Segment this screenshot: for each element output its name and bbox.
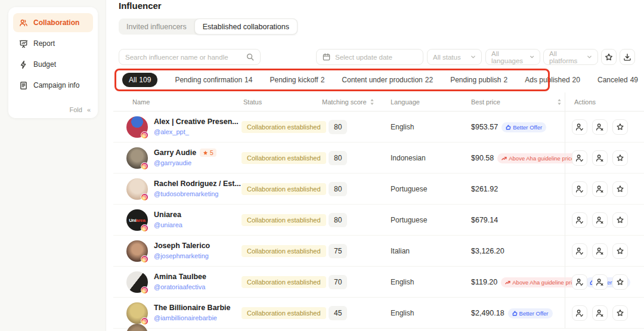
favorite-row-button[interactable]: [612, 274, 628, 290]
approve-collaborator-button[interactable]: [572, 243, 587, 259]
filter-canceled[interactable]: Canceled 49: [597, 76, 638, 84]
best-price: $953.57: [471, 123, 498, 131]
filter-count: 49: [630, 76, 638, 84]
table-row: Alex | Creative Presen... @alex_ppt_ Col…: [113, 112, 644, 143]
date-picker[interactable]: Select update date: [316, 49, 423, 65]
filter-count: 22: [425, 76, 433, 84]
status-badge: Collaboration established: [242, 307, 326, 319]
column-header-name[interactable]: Name: [113, 98, 239, 106]
filter-pending-publish[interactable]: Pending publish 2: [450, 76, 507, 84]
remove-collaborator-button[interactable]: [592, 274, 608, 290]
favorite-row-button[interactable]: [612, 212, 628, 228]
column-header-matching-score[interactable]: Matching score: [319, 98, 385, 106]
matching-score: 45: [329, 306, 347, 320]
search-box[interactable]: [119, 49, 261, 65]
matching-score: 80: [329, 213, 347, 227]
influencer-handle[interactable]: @uniarea: [154, 221, 182, 228]
remove-collaborator-button[interactable]: [592, 212, 608, 228]
column-header-language[interactable]: Language: [385, 98, 462, 106]
search-input[interactable]: [125, 54, 246, 61]
instagram-icon: [141, 162, 148, 170]
favorite-row-button[interactable]: [612, 150, 628, 166]
table-row: Uniarea Uniarea @uniarea Collaboration e…: [113, 205, 644, 236]
sidebar-item-label: Campaign info: [33, 81, 79, 89]
tab-invited-influencers[interactable]: Invited influencers: [119, 18, 194, 35]
download-button[interactable]: [620, 49, 635, 65]
download-icon: [623, 53, 631, 61]
filter-all[interactable]: All 109: [122, 73, 157, 87]
remove-collaborator-button[interactable]: [592, 305, 608, 321]
influencer-handle[interactable]: @josephmarketing: [154, 252, 209, 259]
sidebar-item-budget[interactable]: Budget: [13, 55, 93, 74]
star-icon: [203, 150, 208, 156]
filter-pending-kickoff[interactable]: Pending kickoff 2: [270, 76, 324, 84]
rating-badge: 5: [200, 149, 216, 157]
remove-collaborator-button[interactable]: [592, 181, 608, 197]
favorite-row-button[interactable]: [612, 243, 628, 259]
filter-label: All: [129, 76, 137, 84]
influencer-name: The Billionaire Barbie: [154, 304, 231, 312]
sidebar-fold-button[interactable]: Fold «: [69, 106, 91, 113]
platform-select-value: All platforms: [549, 50, 587, 64]
user-x-icon: [596, 123, 604, 131]
filter-pending-confirmation[interactable]: Pending confirmation 14: [175, 76, 252, 84]
table-row: Joseph Talerico @josephmarketing Collabo…: [113, 236, 644, 267]
approve-collaborator-button[interactable]: [572, 150, 587, 166]
sort-icon[interactable]: [557, 98, 562, 106]
instagram-icon: [141, 224, 148, 232]
tab-established-collaborations[interactable]: Established collaborations: [194, 18, 298, 35]
remove-collaborator-button[interactable]: [592, 150, 608, 166]
status-badge: Collaboration established: [242, 245, 326, 257]
avatar: [126, 147, 148, 169]
column-header-best-price[interactable]: Best price: [462, 98, 565, 106]
language-select[interactable]: All languages: [485, 49, 540, 65]
best-price: $3,126.20: [471, 247, 504, 255]
filter-content-under-production[interactable]: Content under production 22: [342, 76, 433, 84]
user-x-icon: [596, 247, 604, 255]
sidebar-item-campaign-info[interactable]: Campaign info: [13, 76, 93, 95]
user-check-icon: [575, 278, 584, 286]
approve-collaborator-button[interactable]: [572, 212, 587, 228]
influencer-handle[interactable]: @tudosobremarketing: [154, 190, 218, 197]
star-icon: [616, 278, 624, 286]
favorite-row-button[interactable]: [612, 181, 628, 197]
filter-label: Content under production: [342, 76, 422, 84]
instagram-icon: [141, 131, 148, 139]
favorite-filter-button[interactable]: [601, 49, 617, 65]
user-check-icon: [575, 216, 584, 224]
sidebar-item-collaboration[interactable]: Collaboration: [13, 13, 93, 32]
influencer-handle[interactable]: @iambillionairebarbie: [154, 314, 217, 321]
filter-label: Canceled: [597, 76, 628, 84]
influencer-handle[interactable]: @garryaudie: [154, 159, 191, 166]
avatar: Uniarea: [126, 209, 148, 231]
sidebar-item-report[interactable]: Report: [13, 34, 93, 53]
status-badge: Collaboration established: [242, 276, 326, 288]
sidebar-menu: Collaboration Report Budget Campaign inf…: [8, 7, 98, 118]
better-offer-badge: Better Offer: [501, 122, 546, 132]
matching-score: 80: [329, 151, 347, 165]
remove-collaborator-button[interactable]: [592, 243, 608, 259]
approve-collaborator-button[interactable]: [572, 274, 587, 290]
chevron-down-icon: [470, 54, 476, 60]
table-row: Rachel Rodriguez / Est... @tudosobremark…: [113, 174, 644, 205]
remove-collaborator-button[interactable]: [592, 119, 608, 135]
column-header-status[interactable]: Status: [239, 98, 319, 106]
platform-select[interactable]: All platforms: [543, 49, 598, 65]
sort-icon[interactable]: [370, 98, 374, 106]
filter-count: 2: [321, 76, 325, 84]
language-value: English: [385, 123, 462, 131]
approve-collaborator-button[interactable]: [572, 181, 587, 197]
status-badge: Collaboration established: [242, 152, 326, 164]
influencer-handle[interactable]: @oratoriaafectiva: [154, 283, 205, 290]
influencer-handle[interactable]: @alex_ppt_: [154, 128, 189, 135]
status-select[interactable]: All status: [427, 49, 482, 65]
influencer-name: Alex | Creative Presen...: [154, 117, 239, 126]
lightning-icon: [19, 60, 28, 69]
star-icon: [616, 216, 624, 224]
favorite-row-button[interactable]: [612, 305, 628, 321]
favorite-row-button[interactable]: [612, 119, 628, 135]
filter-ads-published[interactable]: Ads published 20: [525, 76, 580, 84]
trend-up-icon: [501, 156, 507, 161]
approve-collaborator-button[interactable]: [572, 119, 587, 135]
approve-collaborator-button[interactable]: [572, 305, 587, 321]
